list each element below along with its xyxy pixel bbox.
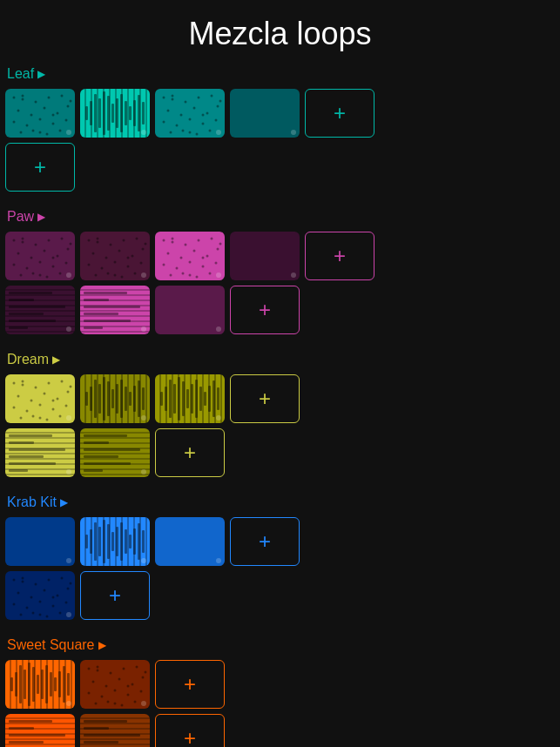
section-header-sweet[interactable]: Sweet Square▶ bbox=[5, 637, 555, 653]
loop-cell-sweet-0-2[interactable]: + bbox=[155, 660, 225, 709]
svg-point-7 bbox=[30, 114, 33, 117]
loop-cell-sweet-1-2[interactable]: + bbox=[155, 714, 225, 747]
svg-point-58 bbox=[26, 267, 29, 270]
svg-point-62 bbox=[20, 274, 23, 277]
svg-point-71 bbox=[110, 244, 112, 246]
section-header-paw[interactable]: Paw▶ bbox=[5, 209, 555, 225]
svg-point-113 bbox=[202, 257, 205, 259]
loop-cell-paw-0-3[interactable] bbox=[230, 232, 300, 280]
loop-cell-leaf-0-1[interactable] bbox=[80, 89, 150, 138]
loop-row-sweet-0: + bbox=[5, 660, 555, 709]
loop-cell-krab-1-0[interactable] bbox=[5, 571, 75, 620]
loop-cell-paw-1-1[interactable] bbox=[80, 286, 150, 334]
svg-point-126 bbox=[13, 407, 16, 409]
svg-point-152 bbox=[52, 605, 55, 608]
svg-point-150 bbox=[26, 607, 29, 609]
svg-point-182 bbox=[127, 685, 130, 688]
loop-cell-paw-0-1[interactable] bbox=[80, 232, 150, 280]
svg-point-183 bbox=[114, 703, 117, 705]
svg-point-142 bbox=[61, 577, 64, 580]
svg-point-36 bbox=[189, 118, 192, 121]
loop-cell-krab-0-0[interactable] bbox=[5, 517, 75, 566]
loop-cell-paw-1-2[interactable] bbox=[155, 286, 225, 334]
svg-point-17 bbox=[32, 130, 35, 132]
svg-point-95 bbox=[198, 239, 200, 242]
svg-point-65 bbox=[59, 273, 62, 275]
svg-point-171 bbox=[142, 676, 145, 679]
svg-point-41 bbox=[196, 133, 199, 136]
svg-point-28 bbox=[219, 100, 222, 103]
section-header-krab[interactable]: Krab Kit▶ bbox=[5, 495, 555, 510]
loop-cell-dream-0-0[interactable] bbox=[5, 374, 75, 423]
svg-point-112 bbox=[172, 241, 174, 244]
loop-cell-krab-0-1[interactable] bbox=[80, 517, 150, 566]
loop-cell-dream-1-0[interactable] bbox=[5, 428, 75, 477]
svg-point-63 bbox=[32, 273, 35, 275]
loop-cell-leaf-0-0[interactable] bbox=[5, 89, 75, 138]
svg-point-10 bbox=[67, 105, 70, 108]
svg-point-80 bbox=[88, 264, 91, 266]
svg-point-12 bbox=[26, 124, 29, 127]
loop-cell-dream-0-3[interactable]: + bbox=[230, 374, 300, 423]
svg-point-48 bbox=[35, 244, 37, 246]
svg-point-94 bbox=[185, 244, 187, 246]
loop-cell-sweet-1-0[interactable] bbox=[5, 714, 75, 747]
svg-point-44 bbox=[202, 114, 205, 117]
svg-point-20 bbox=[22, 98, 24, 101]
section-chevron-sweet: ▶ bbox=[98, 639, 106, 651]
svg-point-51 bbox=[70, 243, 72, 246]
svg-point-22 bbox=[39, 131, 42, 134]
svg-point-55 bbox=[57, 255, 59, 258]
svg-point-135 bbox=[22, 384, 24, 387]
loop-row-dream-1: + bbox=[5, 428, 555, 477]
loop-cell-sweet-0-1[interactable] bbox=[80, 660, 150, 709]
svg-point-77 bbox=[118, 250, 121, 252]
loop-cell-leaf-0-2[interactable] bbox=[155, 89, 225, 138]
section-header-leaf[interactable]: Leaf▶ bbox=[5, 66, 555, 82]
section-header-dream[interactable]: Dream▶ bbox=[5, 352, 555, 367]
svg-point-148 bbox=[67, 588, 70, 590]
loop-cell-leaf-1-0[interactable]: + bbox=[5, 143, 75, 192]
section-chevron-paw: ▶ bbox=[37, 211, 45, 223]
section-dream: Dream▶++ bbox=[0, 352, 560, 495]
svg-point-101 bbox=[206, 255, 209, 258]
svg-point-34 bbox=[163, 121, 165, 124]
section-label-krab: Krab Kit bbox=[7, 495, 57, 510]
svg-point-25 bbox=[185, 101, 187, 104]
svg-point-181 bbox=[97, 670, 99, 672]
loop-cell-krab-0-3[interactable]: + bbox=[230, 517, 300, 566]
loop-cell-dream-0-1[interactable] bbox=[80, 374, 150, 423]
loop-cell-paw-1-3[interactable]: + bbox=[230, 286, 300, 334]
svg-point-88 bbox=[134, 273, 137, 275]
loop-cell-dream-0-2[interactable] bbox=[155, 374, 225, 423]
section-sweet: Sweet Square▶++ bbox=[0, 637, 560, 747]
section-krab: Krab Kit▶++ bbox=[0, 495, 560, 637]
svg-point-138 bbox=[13, 579, 16, 582]
svg-point-164 bbox=[123, 668, 125, 670]
svg-point-96 bbox=[211, 238, 213, 240]
loop-cell-sweet-1-1[interactable] bbox=[80, 714, 150, 747]
svg-point-49 bbox=[48, 239, 51, 242]
loop-cell-leaf-0-3[interactable] bbox=[230, 89, 300, 138]
svg-point-9 bbox=[57, 112, 59, 115]
svg-point-18 bbox=[46, 133, 49, 136]
svg-point-45 bbox=[189, 131, 192, 134]
loop-cell-sweet-0-0[interactable] bbox=[5, 660, 75, 709]
loop-cell-paw-0-4[interactable]: + bbox=[305, 232, 374, 280]
svg-point-85 bbox=[95, 274, 98, 277]
loop-row-paw-1: + bbox=[5, 286, 555, 334]
loop-cell-dream-1-1[interactable] bbox=[80, 428, 150, 477]
svg-point-27 bbox=[211, 95, 213, 98]
svg-point-137 bbox=[39, 417, 42, 420]
svg-point-118 bbox=[48, 382, 51, 385]
loop-cell-leaf-0-4[interactable]: + bbox=[305, 89, 374, 138]
loop-cell-krab-1-1[interactable]: + bbox=[80, 571, 150, 620]
loop-cell-paw-0-2[interactable] bbox=[155, 232, 225, 280]
svg-point-59 bbox=[39, 261, 42, 264]
loop-cell-krab-0-2[interactable] bbox=[155, 517, 225, 566]
svg-point-110 bbox=[196, 276, 199, 279]
loop-cell-dream-1-2[interactable]: + bbox=[155, 428, 225, 477]
loop-cell-paw-0-0[interactable] bbox=[5, 232, 75, 280]
svg-point-57 bbox=[13, 264, 16, 266]
loop-cell-paw-1-0[interactable] bbox=[5, 286, 75, 334]
